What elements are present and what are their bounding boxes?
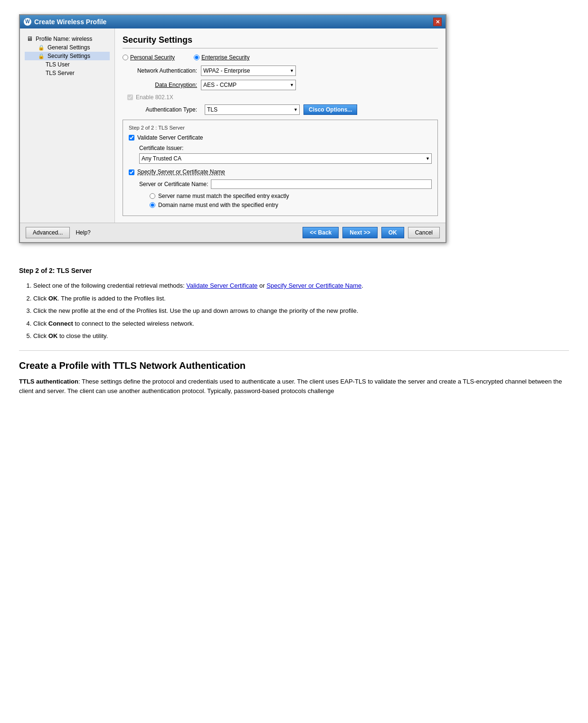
back-button[interactable]: << Back [303,227,339,238]
list-item: Click the new profile at the end of the … [33,306,569,316]
step4-text: Click [33,320,48,327]
cert-issuer-select[interactable]: Any Trusted CA [139,153,432,164]
personal-security-option[interactable]: Personal Security [123,54,175,61]
step2-text: Click [33,295,48,302]
enterprise-security-label: Enterprise Security [201,54,249,61]
help-label: Help? [76,229,90,236]
data-encryption-select[interactable]: AES - CCMP TKIP None [201,80,296,90]
security-type-radio-row: Personal Security Enterprise Security [123,54,438,61]
domain-match-radio[interactable] [150,202,155,208]
right-panel: Security Settings Personal Security Ente… [115,28,446,223]
validate-cert-link[interactable]: Validate Server Certificate [186,282,257,289]
step2-box-title: Step 2 of 2 : TLS Server [129,125,432,131]
step4-bold: Connect [48,320,73,327]
list-item: Click OK to close the utility. [33,331,569,341]
sidebar-item-profile-name[interactable]: 🖥 Profile Name: wireless [25,34,110,43]
validate-cert-checkbox[interactable] [129,135,134,141]
specify-cert-link[interactable]: Specify Server or Certificate Name [266,282,361,289]
ttls-bold: TTLS authentication [19,378,78,385]
cert-name-container: Server or Certificate Name: Server name … [129,179,432,208]
server-match-label: Server name must match the specified ent… [158,193,289,199]
server-match-radio[interactable] [150,193,155,199]
personal-security-label: Personal Security [130,54,175,61]
step5-text: Click [33,332,48,339]
cert-issuer-select-container: Any Trusted CA [129,153,432,164]
auth-type-select[interactable]: TLS PEAP TTLS LEAP [205,104,300,115]
step-list: Select one of the following credential r… [19,281,569,341]
step5-bold: OK [48,332,58,339]
step1-text-before: Select one of the following credential r… [33,282,186,289]
cert-name-input[interactable] [211,179,432,189]
sidebar-tls-user-label: TLS User [46,61,70,68]
dialog-wrapper: W Create Wireless Profile ✕ 🖥 Profile Na… [0,0,588,257]
step2-text-after: . The profile is added to the Profiles l… [57,295,165,302]
step1-text-after: . [361,282,363,289]
data-encryption-row: Data Encryption: AES - CCMP TKIP None [123,80,438,90]
enable-8021x-label: Enable 802.1X [136,94,173,101]
bottom-right: << Back Next >> OK Cancel [303,227,440,238]
domain-match-label: Domain name must end with the specified … [158,202,278,208]
close-button[interactable]: ✕ [433,18,442,26]
sidebar-security-settings-label: Security Settings [47,53,90,59]
step2-bold: OK [48,295,58,302]
network-auth-label: Network Authentication: [123,67,201,74]
personal-security-radio[interactable] [123,55,128,60]
enable-8021x-checkbox[interactable] [127,94,133,100]
step5-text-after: to close the utility. [57,332,108,339]
auth-type-select-wrapper: TLS PEAP TTLS LEAP [205,104,300,115]
cert-name-label: Server or Certificate Name: [139,181,208,188]
sidebar-tls-server-label: TLS Server [46,70,75,76]
create-wireless-profile-dialog: W Create Wireless Profile ✕ 🖥 Profile Na… [19,14,446,243]
data-encryption-select-wrapper: AES - CCMP TKIP None [201,80,296,90]
body-text-content: : These settings define the protocol and… [19,378,562,395]
specify-cert-row: Specify Server or Certificate Name [129,169,432,176]
list-item: Select one of the following credential r… [33,281,569,291]
cisco-options-button[interactable]: Cisco Options... [303,104,357,115]
section-heading: Create a Profile with TTLS Network Authe… [19,360,569,371]
section-divider [19,350,569,351]
step2-box: Step 2 of 2 : TLS Server Validate Server… [123,120,438,216]
cert-name-row: Server or Certificate Name: [139,179,432,189]
step1-text-middle: or [257,282,266,289]
specify-cert-checkbox[interactable] [129,169,134,175]
dialog-title: Create Wireless Profile [34,18,106,26]
enable-8021x-row: Enable 802.1X [123,94,438,101]
sidebar-item-security-settings[interactable]: 🔒 Security Settings [25,52,110,60]
network-auth-select[interactable]: WPA2 - Enterprise WPA - Enterprise 802.1… [201,66,296,76]
cert-issuer-label: Certificate Issuer: [129,145,432,151]
dialog-body: 🖥 Profile Name: wireless 🔒 General Setti… [20,28,446,223]
server-match-radio-row: Server name must match the specified ent… [139,193,432,199]
enterprise-security-radio[interactable] [194,55,199,60]
sidebar-profile-name-label: Profile Name: wireless [36,36,92,42]
list-item: Click Connect to connect to the selected… [33,319,569,329]
step3-text: Click the new profile at the end of the … [33,307,358,314]
dialog-bottom-bar: Advanced... Help? << Back Next >> OK Can… [20,223,446,242]
next-button[interactable]: Next >> [342,227,377,238]
enterprise-security-option[interactable]: Enterprise Security [194,54,249,61]
sidebar-item-general-settings[interactable]: 🔒 General Settings [25,43,110,52]
dialog-title-icon: W [24,18,31,26]
bottom-left: Advanced... Help? [26,227,91,238]
auth-type-label: Authentication Type: [123,106,201,113]
ok-button[interactable]: OK [381,227,404,238]
network-auth-row: Network Authentication: WPA2 - Enterpris… [123,66,438,76]
content-area: Step 2 of 2: TLS Server Select one of th… [0,257,588,406]
advanced-button[interactable]: Advanced... [26,227,70,238]
security-settings-title: Security Settings [123,35,438,48]
cancel-button[interactable]: Cancel [408,227,440,238]
data-encryption-label: Data Encryption: [123,82,201,88]
body-text: TTLS authentication: These settings defi… [19,377,569,397]
left-panel: 🖥 Profile Name: wireless 🔒 General Setti… [20,28,115,223]
lock-icon-general: 🔒 [38,45,45,51]
lock-icon-security: 🔒 [38,53,45,59]
computer-icon: 🖥 [27,35,33,42]
validate-cert-row: Validate Server Certificate [129,134,432,141]
domain-match-radio-row: Domain name must end with the specified … [139,202,432,208]
step4-text-after: to connect to the selected wireless netw… [73,320,194,327]
auth-type-row: Authentication Type: TLS PEAP TTLS LEAP … [123,104,438,115]
sidebar-item-tls-server[interactable]: TLS Server [25,69,110,77]
sidebar-item-tls-user[interactable]: TLS User [25,60,110,69]
network-auth-select-wrapper: WPA2 - Enterprise WPA - Enterprise 802.1… [201,66,296,76]
list-item: Click OK. The profile is added to the Pr… [33,294,569,303]
title-left: W Create Wireless Profile [24,18,106,26]
